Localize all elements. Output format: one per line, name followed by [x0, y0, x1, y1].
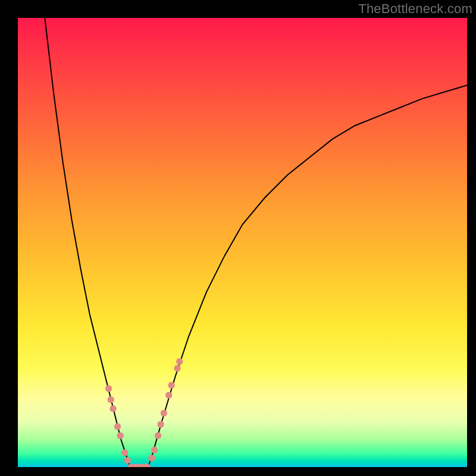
- marker-right-dash-markers: [176, 358, 183, 365]
- marker-right-dash-markers: [161, 410, 167, 416]
- plot-area: [18, 18, 467, 467]
- series-right-branch: [148, 85, 467, 467]
- marker-right-dash-markers: [165, 392, 172, 399]
- marker-left-dash-markers: [105, 385, 112, 392]
- series-left-branch: [45, 18, 130, 467]
- marker-group: [105, 358, 183, 467]
- chart-frame: TheBottleneck.com: [0, 0, 476, 476]
- marker-left-dash-markers: [108, 396, 114, 403]
- marker-right-dash-markers: [168, 382, 175, 389]
- curve-svg: [18, 18, 467, 467]
- marker-right-dash-markers: [174, 365, 181, 371]
- marker-right-dash-markers: [155, 433, 161, 439]
- marker-right-dash-markers: [151, 447, 158, 453]
- marker-left-dash-markers: [124, 457, 131, 464]
- marker-left-dash-markers: [114, 424, 121, 430]
- marker-left-dash-markers: [110, 405, 117, 412]
- marker-right-dash-markers: [158, 421, 164, 428]
- marker-right-dash-markers: [148, 455, 155, 461]
- marker-left-dash-markers: [121, 449, 128, 456]
- marker-left-dash-markers: [117, 433, 124, 439]
- watermark-text: TheBottleneck.com: [358, 1, 472, 17]
